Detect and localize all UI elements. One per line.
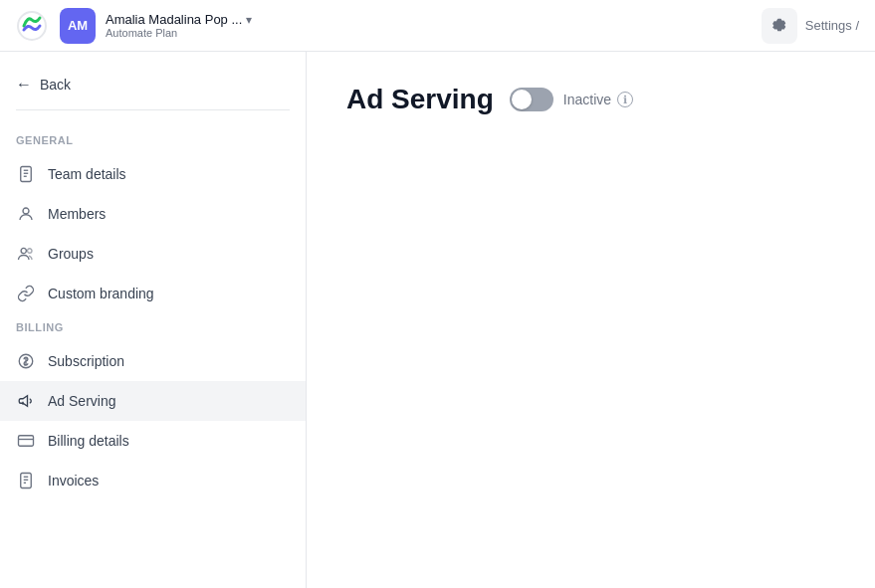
back-label: Back: [40, 77, 71, 93]
page-title: Ad Serving: [346, 84, 494, 115]
svg-rect-11: [21, 474, 32, 489]
document-icon: [16, 164, 36, 184]
back-arrow-icon: ←: [16, 76, 32, 94]
main-layout: ← Back GENERAL Team details: [0, 52, 875, 588]
sidebar-item-label: Invoices: [48, 473, 99, 489]
toggle-container: Inactive ℹ: [510, 88, 633, 111]
sidebar-item-billing-details[interactable]: Billing details: [0, 421, 306, 461]
user-name-label: Amalia Madalina Pop ...: [106, 12, 242, 27]
app-header: AM Amalia Madalina Pop ... ▾ Automate Pl…: [0, 0, 875, 52]
app-logo: [16, 10, 48, 42]
svg-rect-9: [19, 436, 34, 447]
ad-serving-toggle[interactable]: [510, 88, 553, 111]
card-icon: [16, 431, 36, 451]
sidebar-item-label: Groups: [48, 246, 94, 262]
persons-icon: [16, 244, 36, 264]
sidebar-item-invoices[interactable]: Invoices: [0, 461, 306, 500]
info-icon[interactable]: ℹ: [617, 92, 633, 107]
section-label-billing: BILLING: [0, 313, 306, 341]
section-label-general: GENERAL: [0, 126, 306, 154]
sidebar-item-label: Subscription: [48, 353, 124, 369]
sidebar-item-subscription[interactable]: Subscription: [0, 341, 306, 381]
settings-area: Settings /: [762, 8, 859, 44]
sidebar-divider: [16, 109, 290, 110]
user-info: Amalia Madalina Pop ... ▾ Automate Plan: [106, 12, 762, 39]
back-button[interactable]: ← Back: [0, 68, 306, 109]
sidebar-item-label: Custom branding: [48, 286, 154, 301]
status-text: Inactive: [563, 92, 611, 107]
person-icon: [16, 204, 36, 224]
sidebar-item-label: Ad Serving: [48, 393, 115, 409]
sidebar-item-label: Members: [48, 206, 106, 222]
user-plan-label: Automate Plan: [106, 27, 762, 39]
svg-point-0: [18, 12, 46, 40]
sidebar-item-label: Billing details: [48, 433, 129, 449]
sidebar-item-label: Team details: [48, 166, 126, 182]
link-icon: [16, 284, 36, 303]
dollar-icon: [16, 351, 36, 371]
sidebar-item-members[interactable]: Members: [0, 194, 306, 234]
svg-point-7: [28, 249, 33, 254]
invoice-icon: [16, 471, 36, 490]
svg-point-5: [23, 208, 29, 214]
status-label: Inactive ℹ: [563, 92, 633, 107]
settings-gear-button[interactable]: [762, 8, 797, 44]
sidebar: ← Back GENERAL Team details: [0, 52, 307, 588]
sidebar-item-custom-branding[interactable]: Custom branding: [0, 274, 306, 313]
settings-label: Settings /: [805, 18, 859, 33]
gear-icon: [770, 17, 788, 35]
user-name-row[interactable]: Amalia Madalina Pop ... ▾: [106, 12, 762, 27]
chevron-down-icon: ▾: [246, 13, 252, 27]
avatar: AM: [60, 8, 96, 44]
sidebar-item-groups[interactable]: Groups: [0, 234, 306, 274]
sidebar-item-ad-serving[interactable]: Ad Serving: [0, 381, 306, 421]
svg-point-6: [21, 248, 26, 253]
content-header: Ad Serving Inactive ℹ: [346, 84, 835, 115]
content-area: Ad Serving Inactive ℹ: [307, 52, 875, 588]
megaphone-icon: [16, 391, 36, 411]
svg-rect-1: [21, 167, 32, 182]
sidebar-item-team-details[interactable]: Team details: [0, 154, 306, 194]
